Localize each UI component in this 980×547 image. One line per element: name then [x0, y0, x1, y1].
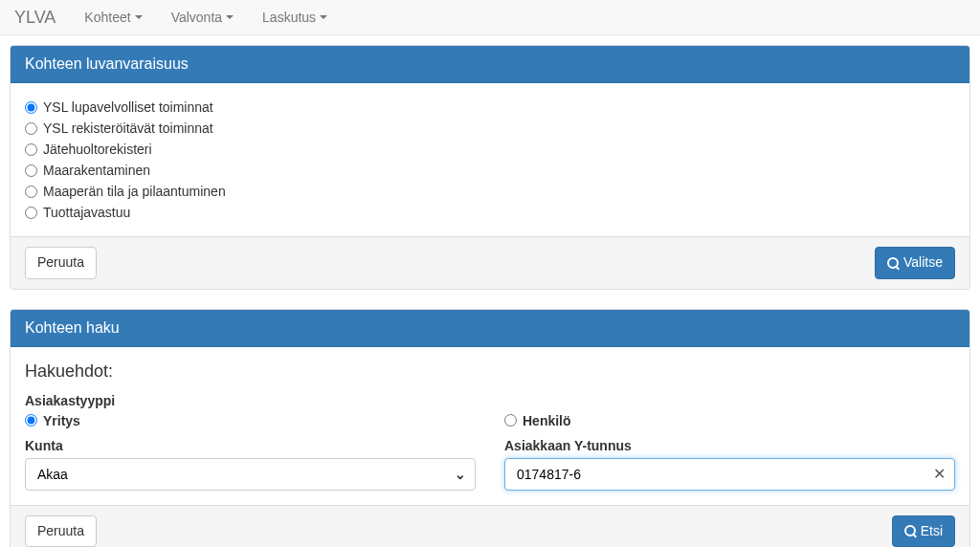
- radio-henkilo[interactable]: Henkilö: [504, 413, 955, 428]
- nav-kohteet[interactable]: Kohteet: [70, 2, 156, 33]
- panel-haku: Kohteen haku Hakuehdot: Asiakastyyppi Yr…: [10, 309, 970, 547]
- cancel-button[interactable]: Peruuta: [25, 247, 97, 279]
- radio-input[interactable]: [25, 186, 37, 198]
- radio-input[interactable]: [25, 207, 37, 219]
- navbar: YLVA Kohteet Valvonta Laskutus: [0, 0, 980, 35]
- caret-icon: [226, 15, 234, 19]
- radio-label: Tuottajavastuu: [43, 205, 130, 220]
- valitse-button[interactable]: Valitse: [875, 247, 955, 279]
- panel-title: Kohteen luvanvaraisuus: [11, 46, 969, 83]
- nav-label: Kohteet: [84, 10, 130, 25]
- radio-option-maaperan[interactable]: Maaperän tila ja pilaantuminen: [25, 182, 955, 201]
- nav-label: Laskutus: [262, 10, 316, 25]
- caret-icon: [320, 15, 327, 19]
- cancel-button[interactable]: Peruuta: [25, 515, 97, 547]
- radio-option-jatehuolto[interactable]: Jätehuoltorekisteri: [25, 140, 955, 159]
- kunta-select[interactable]: Akaa: [25, 458, 476, 491]
- radio-yritys[interactable]: Yritys: [25, 413, 476, 428]
- nav-label: Valvonta: [171, 10, 222, 25]
- radio-input[interactable]: [25, 101, 37, 114]
- button-label: Etsi: [921, 522, 943, 541]
- radio-label: Maaperän tila ja pilaantuminen: [43, 184, 226, 199]
- radio-input[interactable]: [504, 414, 517, 427]
- kunta-label: Kunta: [25, 438, 476, 453]
- ytunnus-input[interactable]: [504, 458, 955, 491]
- ytunnus-label: Asiakkaan Y-tunnus: [504, 438, 955, 453]
- radio-label: YSL rekisteröitävät toiminnat: [43, 120, 213, 136]
- radio-label: Jätehuoltorekisteri: [43, 142, 152, 157]
- close-icon: ✕: [933, 466, 946, 482]
- button-label: Valitse: [903, 253, 943, 273]
- radio-input[interactable]: [25, 164, 37, 177]
- button-label: Peruuta: [37, 253, 84, 273]
- etsi-button[interactable]: Etsi: [892, 515, 955, 547]
- section-title: Hakuehdot:: [25, 361, 955, 382]
- asiakastyyppi-label: Asiakastyyppi: [25, 393, 955, 408]
- radio-input[interactable]: [25, 414, 37, 427]
- search-icon: [887, 257, 899, 269]
- clear-button[interactable]: ✕: [933, 467, 946, 482]
- panel-luvanvaraisuus: Kohteen luvanvaraisuus YSL lupavelvollis…: [10, 45, 970, 290]
- radio-option-tuottajavastuu[interactable]: Tuottajavastuu: [25, 203, 955, 222]
- radio-list: YSL lupavelvolliset toiminnat YSL rekist…: [25, 98, 955, 222]
- button-label: Peruuta: [37, 522, 84, 541]
- radio-option-maarakentaminen[interactable]: Maarakentaminen: [25, 161, 955, 180]
- navbar-brand: YLVA: [14, 0, 70, 35]
- radio-input[interactable]: [25, 122, 37, 135]
- nav-valvonta[interactable]: Valvonta: [157, 2, 248, 33]
- radio-label: Yritys: [43, 413, 80, 428]
- radio-option-ysl-lupa[interactable]: YSL lupavelvolliset toiminnat: [25, 98, 955, 117]
- radio-label: Henkilö: [523, 413, 571, 428]
- search-icon: [904, 525, 916, 536]
- radio-input[interactable]: [25, 143, 37, 156]
- radio-label: Maarakentaminen: [43, 163, 150, 178]
- nav-laskutus[interactable]: Laskutus: [248, 2, 342, 33]
- panel-title: Kohteen haku: [11, 310, 969, 347]
- radio-label: YSL lupavelvolliset toiminnat: [43, 99, 213, 115]
- radio-option-ysl-rekisteri[interactable]: YSL rekisteröitävät toiminnat: [25, 119, 955, 138]
- caret-icon: [135, 15, 143, 19]
